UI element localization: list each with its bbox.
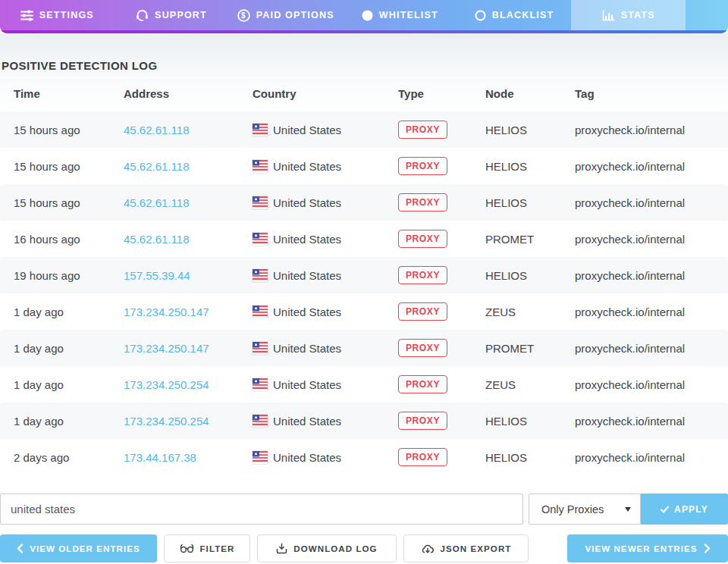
tag-cell: proxycheck.io/internal [575,415,728,428]
filter-bar: Only Proxies APPLY [0,494,728,525]
tag-cell: proxycheck.io/internal [575,451,728,464]
table-row: 1 day ago 173.234.250.147 United States … [0,330,728,366]
column-header-time: Time [14,87,124,100]
json-export-button[interactable]: JSON EXPORT [403,534,529,562]
node-cell: HELIOS [485,451,575,464]
us-flag-icon [253,378,268,391]
json-export-label: JSON EXPORT [441,544,512,553]
table-row: 15 hours ago 45.62.61.118 United States … [0,111,728,148]
address-link[interactable]: 173.44.167.38 [124,451,196,464]
top-nav: SETTINGS SUPPORT $ PAID OPTIONS [0,0,728,33]
svg-text:$: $ [241,11,246,20]
address-link[interactable]: 45.62.61.118 [124,124,189,136]
nav-item-support[interactable]: SUPPORT [115,0,229,30]
node-cell: HELIOS [485,124,575,136]
time-cell: 19 hours ago [14,269,124,282]
proxy-type-badge: PROXY [398,121,447,139]
tag-cell: proxycheck.io/internal [575,233,728,246]
view-newer-button[interactable]: VIEW NEWER ENTRIES [567,534,728,562]
time-cell: 1 day ago [14,415,124,428]
proxy-type-badge: PROXY [398,412,447,430]
country-label: United States [273,160,341,173]
address-link[interactable]: 45.62.61.118 [124,196,189,209]
outline-circle-icon [475,10,486,21]
filter-button[interactable]: FILTER [164,534,250,562]
nav-item-stats[interactable]: STATS [571,0,686,30]
us-flag-icon [253,124,268,136]
address-link[interactable]: 45.62.61.118 [124,233,189,246]
address-link[interactable]: 173.234.250.254 [124,378,209,391]
nav-label: STATS [621,10,655,20]
nav-item-blacklist[interactable]: BLACKLIST [457,0,572,30]
country-label: United States [273,342,341,355]
chevron-left-icon [17,544,24,553]
tag-cell: proxycheck.io/internal [575,269,728,282]
time-cell: 15 hours ago [14,196,124,209]
nav-item-whitelist[interactable]: WHITELIST [343,0,457,30]
nav-item-paid-options[interactable]: $ PAID OPTIONS [228,0,343,30]
us-flag-icon [253,451,268,464]
table-row: 15 hours ago 45.62.61.118 United States … [0,184,728,221]
column-header-tag: Tag [575,87,728,100]
tag-cell: proxycheck.io/internal [575,342,728,355]
node-cell: HELIOS [485,415,575,428]
table-row: 1 day ago 173.234.250.147 United States … [0,293,728,330]
table-row: 15 hours ago 45.62.61.118 United States … [0,148,728,184]
cloud-download-icon [421,544,435,554]
country-label: United States [273,269,341,282]
table-row: 19 hours ago 157.55.39.44 United States … [0,257,728,293]
download-log-button[interactable]: DOWNLOAD LOG [257,534,397,562]
tag-cell: proxycheck.io/internal [575,306,728,318]
address-link[interactable]: 173.234.250.254 [124,415,209,428]
address-link[interactable]: 157.55.39.44 [124,269,190,282]
check-icon [661,506,669,513]
table-row: 1 day ago 173.234.250.254 United States … [0,366,728,403]
column-header-type: Type [398,87,485,100]
table-row: 2 days ago 173.44.167.38 United States P… [0,439,728,475]
address-link[interactable]: 173.234.250.147 [124,306,209,318]
dollar-circle-icon: $ [237,9,250,22]
search-input[interactable] [0,494,523,525]
log-table-header: Time Address Country Type Node Tag [0,87,728,100]
time-cell: 16 hours ago [14,233,124,246]
apply-button[interactable]: APPLY [641,494,728,525]
node-cell: HELIOS [485,269,575,282]
proxy-type-badge: PROXY [398,448,447,466]
column-header-country: Country [253,87,398,100]
proxy-type-badge: PROXY [398,157,447,175]
proxy-type-badge: PROXY [398,375,447,393]
filled-circle-icon [362,10,373,21]
proxy-type-select[interactable]: Only Proxies [529,494,641,525]
us-flag-icon [253,233,268,246]
node-cell: HELIOS [485,196,575,209]
us-flag-icon [253,160,268,173]
sliders-icon [20,10,33,21]
node-cell: PROMET [485,342,575,355]
glasses-icon [180,544,194,553]
page-title: POSITIVE DETECTION LOG [0,33,728,72]
nav-item-settings[interactable]: SETTINGS [0,0,115,30]
nav-label: PAID OPTIONS [256,10,334,20]
country-label: United States [273,124,341,136]
tag-cell: proxycheck.io/internal [575,160,728,173]
address-link[interactable]: 173.234.250.147 [124,342,209,355]
us-flag-icon [253,306,268,318]
view-older-label: VIEW OLDER ENTRIES [30,544,140,553]
proxy-type-badge: PROXY [398,266,447,284]
select-value: Only Proxies [541,503,625,515]
view-newer-label: VIEW NEWER ENTRIES [585,544,697,553]
time-cell: 2 days ago [14,451,124,464]
address-link[interactable]: 45.62.61.118 [124,160,189,173]
proxy-type-badge: PROXY [398,302,447,321]
us-flag-icon [253,196,268,209]
download-icon [276,543,287,554]
country-label: United States [273,378,341,391]
nav-label: WHITELIST [379,10,438,20]
tag-cell: proxycheck.io/internal [575,124,728,136]
nav-label: SETTINGS [39,10,94,20]
node-cell: PROMET [485,233,575,246]
log-table-body: 15 hours ago 45.62.61.118 United States … [0,111,728,475]
country-label: United States [273,451,341,464]
view-older-button[interactable]: VIEW OLDER ENTRIES [0,534,157,562]
bar-chart-icon [602,10,615,21]
